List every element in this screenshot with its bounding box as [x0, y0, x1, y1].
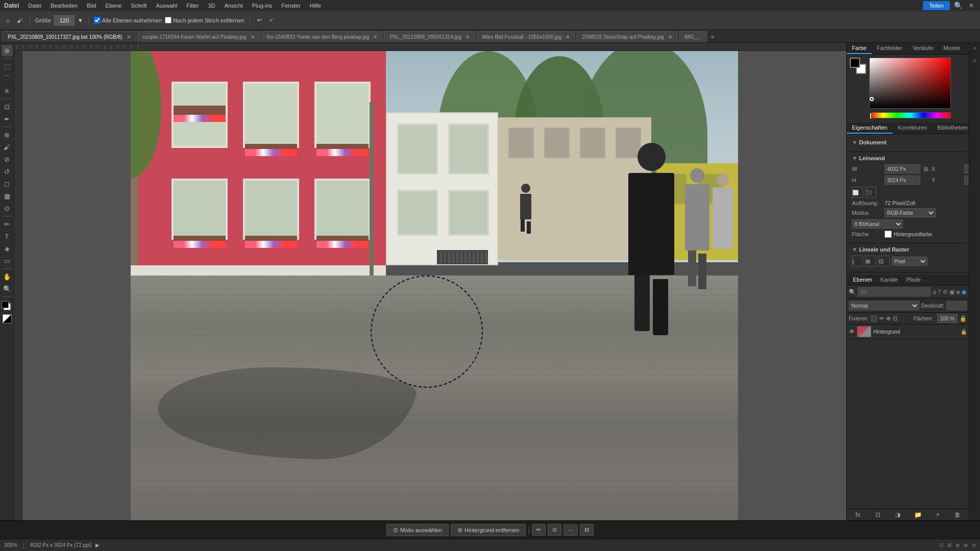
brush-button[interactable]: 🖌: [15, 16, 24, 24]
filter-icon-2[interactable]: T: [938, 289, 941, 295]
tool-marquee[interactable]: ⬚: [2, 61, 13, 72]
landscape-btn[interactable]: ⬛: [865, 187, 876, 198]
size-input[interactable]: [54, 15, 75, 26]
tab-6[interactable]: IMG_...: [679, 31, 707, 42]
bitdepth-select[interactable]: 8 Bit/Kanal: [852, 219, 903, 229]
add-mask-btn[interactable]: ⊡: [869, 511, 887, 518]
new-group-btn[interactable]: 📁: [909, 511, 927, 518]
fg-color-swatch[interactable]: [2, 301, 9, 308]
tool-history-brush[interactable]: ↺: [2, 166, 13, 177]
menu-item-ansicht[interactable]: Ansicht: [220, 2, 247, 10]
quick-mask-button[interactable]: [3, 314, 12, 323]
tab-pfade[interactable]: Pfade: [902, 274, 925, 285]
chain-icon[interactable]: ⛓: [923, 166, 928, 172]
remove-after-stroke-checkbox[interactable]: [165, 17, 172, 23]
tool-gradient[interactable]: ▦: [2, 190, 13, 202]
all-layers-checkbox[interactable]: [94, 17, 101, 23]
filter-icon-1[interactable]: φ: [933, 289, 936, 295]
tab-1[interactable]: couple-1718244 Karen Warfel auf Pixabay.…: [137, 31, 260, 42]
layer-vis-icon[interactable]: 👁: [849, 328, 855, 335]
tool-hand[interactable]: ✋: [2, 271, 13, 282]
menu-item-fenster[interactable]: Fenster: [278, 2, 305, 10]
status-arrow[interactable]: ▶: [95, 542, 100, 548]
status-icon-1[interactable]: ⊡: [939, 542, 943, 548]
layers-search-input[interactable]: [858, 287, 930, 296]
tab-verlaufe[interactable]: Verläufe: [908, 43, 938, 54]
tab-muster[interactable]: Muster: [938, 43, 966, 54]
tool-type[interactable]: T: [2, 231, 13, 242]
tab-0[interactable]: PXL_20210809_100117327.jpg bei 100% (RGB…: [2, 31, 136, 42]
tool-lasso[interactable]: ⌒: [2, 73, 13, 84]
tab-2-close[interactable]: ✕: [373, 34, 377, 40]
tool-shape[interactable]: ▭: [2, 255, 13, 266]
ctx-minus-btn[interactable]: ⊟: [580, 524, 594, 536]
status-icon-4[interactable]: ⊕: [964, 542, 968, 548]
tool-magic-wand[interactable]: ✳: [2, 85, 13, 96]
w-input[interactable]: [885, 164, 920, 173]
motiv-auswhalen-btn[interactable]: ⊙ Motiv auswählen: [386, 524, 449, 536]
color-fg-bg[interactable]: [2, 301, 13, 312]
ruler-title[interactable]: ▼ Lineale und Raster: [852, 246, 964, 253]
lock-brush-icon[interactable]: ✏: [879, 315, 884, 322]
fill-layers-input[interactable]: [937, 314, 958, 323]
menu-item-bild[interactable]: Bild: [83, 2, 100, 10]
tab-farbe[interactable]: Farbe: [847, 43, 872, 54]
leinwand-title[interactable]: ▼ Leinwand: [852, 155, 964, 161]
ruler-line-btn[interactable]: |: [852, 256, 863, 267]
hue-slider[interactable]: [869, 112, 951, 118]
layers-mode-select[interactable]: Normal: [849, 301, 919, 310]
hintergrund-entfernen-btn[interactable]: ⊘ Hintergrund entfernen: [451, 524, 526, 536]
tool-move[interactable]: ⊕: [2, 45, 13, 56]
menu-item-3d[interactable]: 3D: [204, 2, 219, 10]
tool-crop[interactable]: ⊡: [2, 101, 13, 112]
portrait-btn[interactable]: ⬜: [852, 187, 863, 198]
tool-spot-healing[interactable]: ⊗: [2, 129, 13, 140]
tab-kanale[interactable]: Kanäle: [876, 274, 902, 285]
lock-transparency-icon[interactable]: ⬛: [870, 315, 877, 322]
fg-swatch[interactable]: [850, 58, 860, 68]
dokument-title[interactable]: ▼ Dokument: [852, 139, 964, 145]
menu-item-bearbeiten[interactable]: Bearbeiten: [46, 2, 82, 10]
panel-collapse-icon[interactable]: »: [973, 57, 976, 63]
tab-1-close[interactable]: ✕: [251, 34, 255, 40]
ctx-more-btn[interactable]: ···: [564, 524, 577, 536]
tab-ebenen[interactable]: Ebenen: [849, 274, 876, 285]
tab-eigenschaften[interactable]: Eigenschaften: [847, 122, 893, 134]
close-maximize-icon[interactable]: ✕: [969, 2, 974, 9]
tab-4[interactable]: Altes Bild Fussball - 1050x1500.jpg ✕: [476, 31, 575, 42]
filter-icon-toggle[interactable]: ◉: [962, 289, 967, 295]
ruler-unit-select[interactable]: Pixel: [892, 257, 927, 266]
menu-item-schrift[interactable]: Schrift: [127, 2, 151, 10]
tab-3-close[interactable]: ✕: [465, 34, 470, 40]
color-gradient-picker[interactable]: [869, 58, 951, 109]
mode-select[interactable]: RGB-Farbe: [885, 208, 936, 217]
tab-4-close[interactable]: ✕: [566, 34, 570, 40]
filter-icon-4[interactable]: ▣: [949, 289, 954, 295]
filter-icon-5[interactable]: ◈: [956, 289, 960, 295]
fg-bg-swatches[interactable]: [850, 58, 866, 74]
tab-korrekturen[interactable]: Korrekturen: [893, 122, 932, 134]
status-icon-2[interactable]: ⊞: [947, 542, 951, 548]
ctx-circle-btn[interactable]: ⊙: [548, 524, 561, 536]
panel-expand-icon[interactable]: «: [973, 45, 976, 51]
tab-5-close[interactable]: ✕: [668, 34, 672, 40]
tool-path-select[interactable]: ◈: [2, 243, 13, 254]
y-input[interactable]: [964, 176, 969, 185]
filter-icon-3[interactable]: ⚙: [943, 289, 948, 295]
status-icon-5[interactable]: ⊙: [972, 542, 976, 548]
share-button[interactable]: Teilen: [923, 1, 950, 10]
canvas-area[interactable]: [22, 51, 846, 520]
menu-item-auswahl[interactable]: Auswahl: [152, 2, 182, 10]
lock-position-icon[interactable]: ⊕: [886, 315, 891, 322]
ctx-edit-btn[interactable]: ✏: [532, 524, 546, 536]
tab-5[interactable]: 2598015 StockSnap auf Pixabay.jpg ✕: [576, 31, 678, 42]
tool-clone[interactable]: ⊘: [2, 154, 13, 165]
delete-layer-btn[interactable]: 🗑: [949, 511, 967, 518]
confirm-button[interactable]: ✓: [267, 16, 276, 24]
ruler-dots-btn[interactable]: ⊡: [878, 256, 890, 267]
tool-eyedropper[interactable]: ✒: [2, 113, 13, 124]
tab-bibliotheken[interactable]: Bibliotheken: [932, 122, 973, 134]
layers-opacity-input[interactable]: 100 %: [946, 301, 967, 310]
tabs-more[interactable]: »: [708, 31, 718, 42]
add-style-btn[interactable]: fx: [849, 511, 867, 518]
